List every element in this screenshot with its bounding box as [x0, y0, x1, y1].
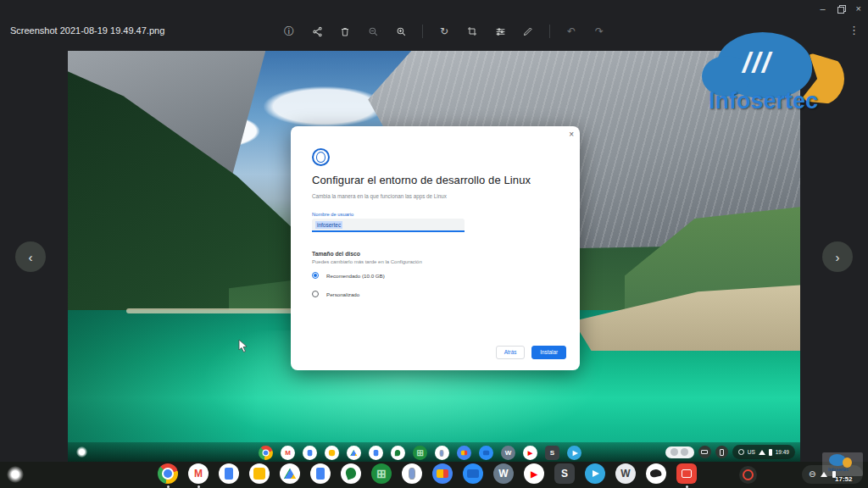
gallery-app-window: – × Screenshot 2021-08-19 19.49.47.png ⓘ… [0, 0, 868, 488]
lake-shadow [68, 310, 259, 462]
shelf-app-docs-sync[interactable] [219, 463, 239, 484]
inner-clock: 19:49 [776, 449, 789, 455]
undo-icon[interactable]: ↶ [565, 25, 578, 38]
inner-record-icon [738, 449, 744, 455]
launcher-button[interactable] [7, 466, 24, 483]
dialog-buttons: Atrás Instalar [496, 346, 566, 359]
shelf-app-gallery-app[interactable] [432, 463, 453, 484]
do-not-disturb-icon: ⊖ [809, 470, 815, 479]
radio-custom[interactable]: Personalizado [312, 290, 385, 298]
inner-app-drive [347, 446, 361, 460]
inner-app-gallery-app [457, 446, 471, 460]
dialog-subtitle: Cambia la manera en la que funcionan las… [312, 193, 447, 199]
screen-record-stop-button[interactable] [739, 466, 757, 484]
radio-recommended[interactable]: Recomendado (10.0 GB) [312, 271, 385, 280]
inner-capture-pill [665, 446, 694, 458]
inner-app-youtube: ▶ [523, 446, 537, 460]
shelf-apps: M ⊞ [158, 463, 697, 488]
inner-shelf: M [68, 442, 800, 462]
inner-app-telegram [567, 446, 581, 460]
shelf-app-green-grid-app[interactable]: ⊞ [371, 463, 392, 484]
inner-app-chrome [259, 446, 273, 460]
shelf-app-gmail[interactable]: M [188, 463, 209, 488]
shelf-app-chrome[interactable] [158, 463, 178, 488]
inner-wifi-icon [759, 450, 765, 455]
crop-icon[interactable] [465, 25, 479, 38]
inner-app-voice-app [435, 446, 449, 460]
chromeos-shelf: M ⊞ [0, 462, 868, 488]
inner-app-gmail: M [281, 446, 295, 460]
inner-phone-icon [715, 446, 728, 458]
inner-app-wordpress: W [501, 446, 515, 460]
gallery-toolbar: ⓘ ↻ ↶ ↷ [282, 22, 606, 41]
inner-app-files [479, 446, 493, 460]
more-menu-icon[interactable]: ⋮ [849, 24, 860, 36]
shelf-app-keep[interactable] [249, 463, 270, 484]
inner-app-keep [325, 446, 339, 460]
next-image-button[interactable]: › [822, 241, 853, 272]
back-button[interactable]: Atrás [496, 346, 526, 359]
inner-locale: US [748, 449, 755, 455]
disk-size-title: Tamaño del disco [312, 251, 360, 257]
username-value: infosertec [315, 221, 342, 229]
shelf-app-s-app[interactable]: S [554, 463, 575, 484]
info-icon[interactable]: ⓘ [282, 25, 296, 38]
gallery-header: Screenshot 2021-08-19 19.49.47.png ⓘ ↻ [0, 20, 868, 42]
inner-shelf-apps: M [259, 446, 581, 460]
window-controls: – × [820, 2, 861, 15]
radio-icon [312, 291, 319, 297]
mini-logo-text: Infosertec [828, 467, 849, 472]
inner-system-tray: US 19:49 [732, 445, 795, 459]
shelf-app-docs[interactable] [310, 463, 331, 484]
redo-icon[interactable]: ↷ [593, 25, 606, 38]
share-icon[interactable] [310, 25, 324, 38]
rotate-icon[interactable]: ↻ [437, 25, 451, 38]
infosertec-mini-watermark: Infosertec [822, 452, 863, 476]
toolbar-separator [422, 25, 423, 38]
previous-image-button[interactable]: ‹ [15, 241, 46, 272]
cursor-pointer [237, 339, 249, 352]
clock: 17:52 [835, 475, 852, 483]
disk-size-options: Recomendado (10.0 GB) Personalizado [312, 271, 385, 298]
linux-setup-dialog: × Configurar el entorno de desarrollo de… [291, 126, 580, 370]
linux-penguin-icon [312, 148, 330, 166]
shelf-app-screen-recorder[interactable] [676, 463, 697, 488]
inner-app-green-leaf-app [391, 446, 405, 460]
shelf-app-bird-app[interactable] [646, 463, 666, 484]
dialog-title: Configurar el entorno de desarrollo de L… [312, 174, 531, 186]
disk-size-subtitle: Puedes cambiarlo más tarde en la Configu… [312, 259, 422, 264]
shelf-app-wordpress[interactable]: W [493, 463, 514, 484]
close-button[interactable]: × [856, 3, 861, 14]
inner-app-s-app: S [545, 446, 559, 460]
inner-keyboard-icon [698, 446, 711, 458]
dialog-close-icon[interactable]: × [569, 130, 574, 139]
username-label: Nombre de usuario [312, 212, 353, 217]
inner-battery-icon [769, 449, 772, 456]
delete-icon[interactable] [338, 25, 352, 38]
shelf-app-drive[interactable] [280, 463, 300, 484]
radio-icon [312, 272, 319, 279]
shelf-app-youtube[interactable]: ▶ [524, 463, 544, 484]
install-button[interactable]: Instalar [531, 346, 566, 359]
shelf-app-telegram[interactable] [585, 463, 605, 484]
adjust-icon[interactable] [493, 25, 507, 38]
username-field[interactable]: infosertec [312, 219, 465, 232]
restore-button[interactable] [837, 5, 844, 12]
inner-status-area: US 19:49 [665, 445, 795, 459]
shelf-app-voice-app[interactable] [402, 463, 422, 484]
zoom-out-icon[interactable] [366, 25, 380, 38]
inner-app-green-grid-app: ⊞ [413, 446, 427, 460]
inner-launcher-icon [76, 446, 87, 458]
inner-app-docs [369, 446, 383, 460]
shelf-app-green-leaf-app[interactable] [341, 463, 361, 484]
file-title: Screenshot 2021-08-19 19.49.47.png [10, 25, 164, 36]
annotate-icon[interactable] [521, 25, 535, 38]
shelf-app-typewriter-app[interactable]: W [615, 463, 636, 484]
toolbar-separator [549, 25, 550, 38]
inner-app-docs-sync [303, 446, 317, 460]
shelf-app-files[interactable] [463, 463, 483, 484]
zoom-in-icon[interactable] [394, 25, 408, 38]
minimize-button[interactable]: – [820, 3, 825, 14]
logo-yellow-shape [795, 53, 844, 105]
